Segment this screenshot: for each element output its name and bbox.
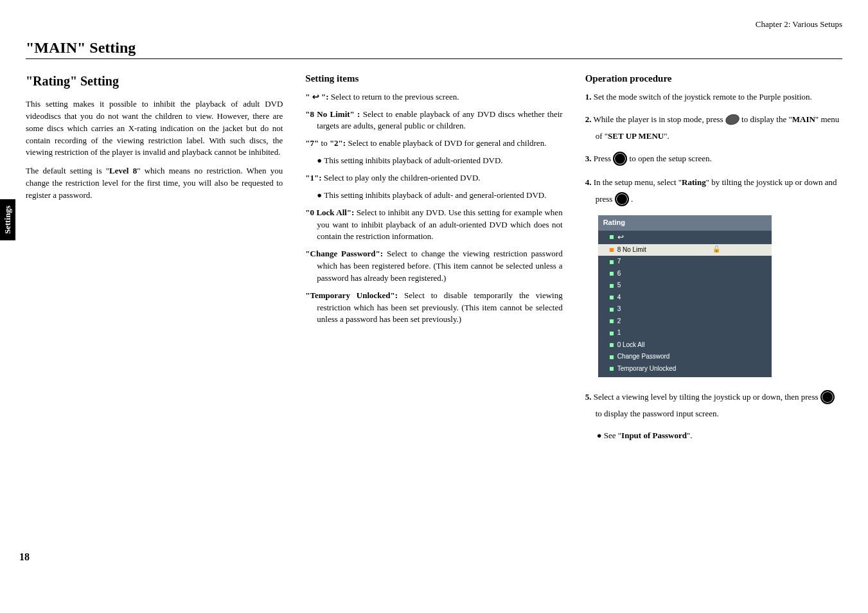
text: Select to return to the previous screen. (329, 92, 459, 102)
step-num: 3. (585, 154, 592, 163)
title-rule (26, 58, 842, 59)
level8-bold: Level 8 (109, 166, 137, 175)
bullet-icon (610, 260, 614, 264)
side-tab: Settings (0, 199, 15, 240)
menu-row-7: 7 (598, 256, 772, 268)
text: to display the password input screen. (596, 409, 719, 418)
label: "Change Password": (305, 249, 383, 258)
bullet-icon (610, 308, 614, 312)
label: "0 Lock All": (305, 208, 354, 217)
setup-menu-bold: SET UP MENU (608, 131, 664, 141)
menu-row-1: 1 (598, 327, 772, 339)
item-1: "1": Select to play only the children-or… (317, 172, 562, 184)
step-1: 1. Set the mode switch of the joystick r… (596, 91, 842, 103)
text: 3 (617, 305, 621, 314)
enter-button-icon (615, 192, 629, 206)
lock-icon: 🔓 (713, 245, 720, 254)
chapter-header: Chapter 2: Various Setups (26, 19, 842, 30)
item-change-password: "Change Password": Select to change the … (317, 248, 562, 285)
rating-intro-p1: This setting makes it possible to inhibi… (26, 98, 283, 159)
text: Select to play only the children-oriente… (322, 173, 481, 182)
bullet-icon (610, 235, 614, 239)
text: to display the " (741, 114, 792, 124)
step-2: 2. While the player is in stop mode, pre… (596, 111, 842, 145)
main-bold: MAIN (792, 114, 815, 124)
bullet-icon (610, 296, 614, 299)
text: 6 (617, 269, 621, 279)
text: 4 (617, 293, 621, 303)
menu-row-5: 5 (598, 280, 772, 292)
step-num: 5. (585, 392, 592, 402)
text: 1 (617, 328, 621, 338)
text: to open the setup screen. (630, 154, 712, 163)
text: The default setting is " (26, 166, 109, 175)
item-8-no-limit: "8 No Limit" : Select to enable playback… (317, 109, 562, 133)
menu-row-6: 6 (598, 268, 772, 280)
menu-row-back: ↩ (598, 231, 772, 244)
operation-procedure-title: Operation procedure (585, 72, 842, 86)
menu-row-4: 4 (598, 292, 772, 304)
rating-menu-screenshot: Rating ↩ 8 No Limit🔓 7 6 5 4 3 2 1 0 Loc… (598, 215, 772, 378)
enter-button-icon (820, 390, 835, 404)
text: ". (687, 431, 693, 440)
page-number: 18 (19, 551, 30, 563)
text: Temporary Unlocked (617, 364, 677, 374)
text: Select to enable playback of DVD for gen… (346, 138, 546, 148)
bullet-icon (610, 319, 614, 323)
menu-row-3: 3 (598, 303, 772, 315)
text: Set the mode switch of the joystick remo… (591, 92, 811, 102)
text: Press (591, 154, 613, 163)
text: to (321, 138, 328, 148)
content-columns: "Rating" Setting This setting makes it p… (26, 72, 842, 447)
text: Select a viewing level by tilting the jo… (591, 392, 820, 402)
text: ● See " (597, 431, 621, 440)
item-7-to-2-bullet: ● This setting inhibits playback of adul… (324, 155, 562, 167)
step-num: 4. (585, 177, 592, 187)
set-up-button-icon (724, 112, 741, 127)
setting-items-title: Setting items (305, 72, 562, 86)
text: 2 (617, 317, 621, 326)
label: "8 No Limit" : (305, 109, 360, 119)
step-num: 2. (585, 114, 592, 124)
label: "1": (305, 173, 321, 182)
menu-title: Rating (598, 215, 772, 231)
item-temp-unlocked: "Temporary Unlocked": Select to disable … (317, 290, 562, 326)
label: "7" (305, 138, 321, 148)
text: 5 (617, 281, 621, 290)
text: . (631, 194, 633, 204)
column-3: Operation procedure 1. Set the mode swit… (585, 72, 842, 447)
bullet-icon (610, 367, 614, 371)
main-setting-title: "MAIN" Setting (26, 39, 842, 57)
item-7-to-2: "7" to "2": Select to enable playback of… (317, 138, 562, 150)
step-5: 5. Select a viewing level by tilting the… (596, 389, 842, 422)
step-4: 4. In the setup menu, select "Rating" by… (596, 174, 842, 208)
rating-bold: Rating (682, 177, 706, 187)
text: Change Password (617, 352, 670, 362)
menu-row-8-no-limit: 8 No Limit🔓 (598, 244, 772, 256)
step-3: 3. Press to open the setup screen. (596, 152, 842, 166)
menu-row-2: 2 (598, 315, 772, 328)
text: 8 No Limit (617, 245, 646, 255)
label: " ↩ ": (305, 92, 328, 102)
step-5-bullet: ● See "Input of Password". (605, 430, 842, 442)
text: While the player is in stop mode, press (591, 114, 725, 124)
menu-row-temp-unlocked: Temporary Unlocked (598, 363, 772, 375)
input-password-bold: Input of Password (621, 431, 687, 440)
text: 7 (617, 257, 621, 267)
text: In the setup menu, select " (591, 177, 682, 187)
menu-row-change-password: Change Password (598, 351, 772, 363)
rating-intro-p2: The default setting is "Level 8" which m… (26, 165, 283, 202)
text: Select to inhibit any DVD. Use this sett… (317, 208, 562, 242)
enter-button-icon (613, 152, 627, 166)
bullet-icon (610, 332, 614, 335)
label: "2": (328, 138, 346, 148)
item-0-lock-all: "0 Lock All": Select to inhibit any DVD.… (317, 207, 562, 244)
bullet-icon (610, 355, 614, 359)
rating-setting-title: "Rating" Setting (26, 72, 283, 91)
item-back: " ↩ ": Select to return to the previous … (317, 91, 562, 103)
label: "Temporary Unlocked": (305, 290, 398, 300)
column-1: "Rating" Setting This setting makes it p… (26, 72, 283, 447)
menu-row-0-lock-all: 0 Lock All (598, 339, 772, 351)
back-arrow-icon: ↩ (617, 232, 624, 243)
column-2: Setting items " ↩ ": Select to return to… (305, 72, 562, 447)
